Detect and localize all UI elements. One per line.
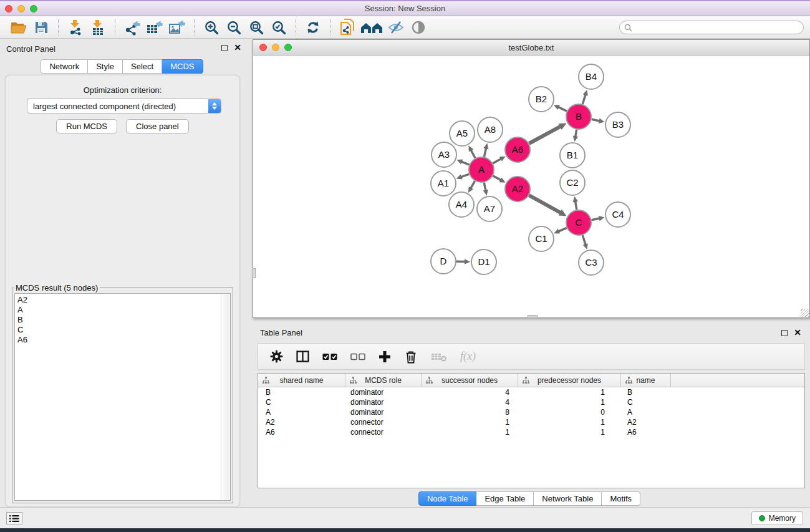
edge-A-A8[interactable] bbox=[484, 148, 486, 157]
float-table-panel-icon[interactable] bbox=[781, 330, 788, 336]
edge-B-B2[interactable] bbox=[558, 107, 567, 111]
memory-button[interactable]: Memory bbox=[751, 511, 803, 525]
edge-A-A4[interactable] bbox=[471, 181, 475, 188]
close-panel-icon[interactable]: ✕ bbox=[234, 42, 241, 52]
edge-A-A6[interactable] bbox=[493, 158, 501, 163]
edge-C-C3[interactable] bbox=[582, 235, 586, 244]
cell-MCDS-role: dominator bbox=[345, 388, 422, 397]
edge-A-A2[interactable] bbox=[493, 176, 501, 180]
table-tab-node-table[interactable]: Node Table bbox=[418, 491, 477, 506]
edge-A-A3[interactable] bbox=[461, 162, 470, 165]
zoom-selected-icon[interactable] bbox=[268, 18, 290, 37]
refresh-layout-icon[interactable] bbox=[302, 18, 324, 37]
zoom-out-icon[interactable] bbox=[223, 18, 245, 37]
resize-handle-left[interactable] bbox=[253, 268, 256, 278]
export-table-icon[interactable] bbox=[143, 18, 166, 37]
run-mcds-button[interactable]: Run MCDS bbox=[56, 119, 117, 133]
criterion-dropdown[interactable]: largest connected component (directed) bbox=[27, 99, 221, 114]
graph-node-label: C1 bbox=[535, 233, 547, 244]
network-view-window: testGlobe.txt B4B2BB3A8A5A6A3B1AA1C2A2A4… bbox=[253, 39, 810, 318]
show-columns-icon[interactable] bbox=[296, 351, 309, 362]
edge-B-B3[interactable] bbox=[592, 119, 600, 121]
clone-network-icon[interactable] bbox=[336, 18, 359, 37]
mcds-result-item[interactable]: B bbox=[17, 315, 230, 325]
column-header-name[interactable]: name bbox=[621, 374, 671, 387]
export-network-icon[interactable] bbox=[121, 18, 143, 37]
table-tab-network-table[interactable]: Network Table bbox=[534, 491, 602, 506]
edge-C-C1[interactable] bbox=[559, 228, 567, 231]
cell-name: A2 bbox=[621, 418, 671, 427]
mcds-result-item[interactable]: C bbox=[17, 325, 230, 335]
column-header-shared-name[interactable]: shared name bbox=[258, 374, 345, 387]
graph-node-label: B4 bbox=[586, 71, 597, 82]
edge-A-A5[interactable] bbox=[471, 150, 475, 158]
edge-arrow-icon bbox=[465, 259, 470, 264]
export-image-icon[interactable] bbox=[166, 18, 188, 37]
import-network-icon[interactable] bbox=[64, 18, 87, 37]
tab-style[interactable]: Style bbox=[88, 59, 123, 74]
close-panel-button[interactable]: Close panel bbox=[126, 119, 189, 133]
column-header-MCDS-role[interactable]: MCDS role bbox=[345, 374, 422, 387]
network-graph: B4B2BB3A8A5A6A3B1AA1C2A2A4A7C4CC1C3DD1 bbox=[253, 56, 809, 318]
node-table: shared nameMCDS rolesuccessor nodesprede… bbox=[258, 373, 805, 488]
function-builder-icon-disabled: f(x) bbox=[460, 350, 476, 363]
table-tab-motifs[interactable]: Motifs bbox=[602, 491, 640, 506]
mcds-result-list[interactable]: A2ABCA6 bbox=[14, 293, 231, 501]
table-tab-edge-table[interactable]: Edge Table bbox=[476, 491, 534, 506]
delete-column-trash-icon[interactable] bbox=[404, 350, 418, 364]
edge-B-B1[interactable] bbox=[576, 130, 577, 137]
table-row[interactable]: A6connector11A6 bbox=[258, 427, 804, 437]
select-all-rows-icon[interactable] bbox=[322, 352, 337, 362]
deselect-all-rows-icon[interactable] bbox=[350, 352, 365, 362]
save-session-icon[interactable] bbox=[30, 18, 52, 37]
edge-A6-B[interactable] bbox=[529, 127, 561, 143]
create-column-plus-icon[interactable] bbox=[378, 351, 391, 363]
dropdown-stepper-icon bbox=[208, 99, 221, 113]
edge-arrow-icon bbox=[583, 90, 588, 96]
graph-node-label: A3 bbox=[438, 149, 450, 160]
task-history-button[interactable] bbox=[6, 512, 22, 525]
resize-handle-bottom[interactable] bbox=[528, 315, 538, 318]
table-row[interactable]: Bdominator41B bbox=[258, 387, 804, 397]
toolbar-separator bbox=[194, 19, 195, 36]
open-session-icon[interactable] bbox=[7, 18, 30, 37]
resize-grip-icon[interactable] bbox=[801, 309, 809, 317]
tab-select[interactable]: Select bbox=[123, 59, 162, 74]
edge-C-C2[interactable] bbox=[576, 201, 577, 210]
table-row[interactable]: Adominator80A bbox=[258, 407, 804, 417]
zoom-in-icon[interactable] bbox=[200, 18, 223, 37]
network-canvas[interactable]: B4B2BB3A8A5A6A3B1AA1C2A2A4A7C4CC1C3DD1 bbox=[253, 56, 809, 317]
edge-C-C4[interactable] bbox=[592, 218, 600, 220]
scrollbar[interactable] bbox=[221, 294, 229, 500]
graph-node-label: A1 bbox=[438, 178, 449, 188]
search-input[interactable] bbox=[632, 22, 803, 32]
table-row[interactable]: Cdominator41C bbox=[258, 397, 804, 407]
import-table-icon[interactable] bbox=[87, 18, 109, 37]
mcds-result-item[interactable]: A bbox=[17, 305, 230, 315]
zoom-fit-icon[interactable] bbox=[245, 18, 268, 37]
tab-network[interactable]: Network bbox=[41, 59, 88, 74]
network-window-titlebar[interactable]: testGlobe.txt bbox=[253, 40, 809, 56]
toolbar-separator bbox=[58, 19, 59, 36]
edge-A-A1[interactable] bbox=[461, 174, 469, 177]
hide-selected-icon[interactable] bbox=[385, 18, 407, 37]
optimization-criterion-label: Optimization criterion: bbox=[6, 85, 239, 95]
edge-B-B4[interactable] bbox=[582, 95, 586, 104]
cell-MCDS-role: connector bbox=[345, 428, 422, 437]
mcds-result-item[interactable]: A2 bbox=[17, 295, 230, 305]
edge-A-A7[interactable] bbox=[484, 183, 486, 191]
table-toolbar: f(x) bbox=[258, 343, 805, 370]
float-panel-icon[interactable] bbox=[221, 45, 228, 51]
edge-A2-C[interactable] bbox=[529, 195, 561, 213]
column-header-successor-nodes[interactable]: successor nodes bbox=[422, 374, 518, 387]
table-settings-gear-icon[interactable] bbox=[270, 350, 283, 363]
tab-mcds[interactable]: MCDS bbox=[162, 59, 203, 74]
mcds-result-item[interactable]: A6 bbox=[17, 335, 230, 345]
table-row[interactable]: A2connector11A2 bbox=[258, 417, 804, 427]
close-table-panel-icon[interactable]: ✕ bbox=[794, 327, 801, 337]
column-header-predecessor-nodes[interactable]: predecessor nodes bbox=[518, 374, 621, 387]
column-type-icon bbox=[426, 377, 433, 384]
first-neighbors-icon[interactable] bbox=[359, 18, 385, 37]
show-all-icon[interactable] bbox=[407, 18, 430, 37]
search-field[interactable] bbox=[619, 21, 804, 34]
